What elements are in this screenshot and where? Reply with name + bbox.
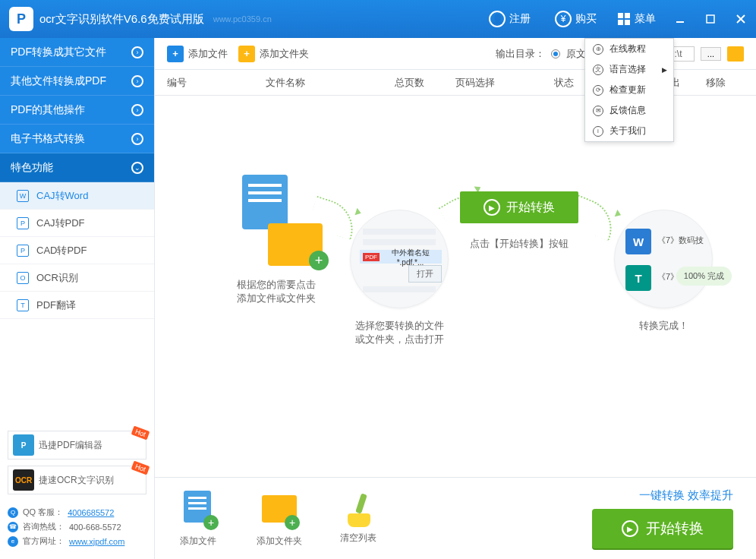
section-label: PDF转换成其它文件 (11, 46, 106, 59)
guide-text: 点击【开始转换】按钮 (443, 237, 595, 251)
doc-icon: P (17, 217, 29, 229)
register-label: 注册 (509, 12, 531, 26)
add-folder-button[interactable]: +添加文件夹 (238, 46, 309, 62)
pdf-tag-icon: PDF (363, 253, 380, 261)
menu-item-label: 反馈信息 (610, 104, 646, 117)
info-icon: i (593, 126, 603, 137)
section-ebook[interactable]: 电子书格式转换› (0, 125, 154, 153)
bottom-bar: + 添加文件 + 添加文件夹 清空列表 一键转换 效率提升 ▶ 开始转换 (155, 477, 756, 559)
bottom-add-folder[interactable]: + 添加文件夹 (257, 489, 302, 548)
plus-icon: + (238, 46, 255, 62)
chevron-right-icon: › (131, 75, 143, 87)
guide-step-3: ▶开始转换 点击【开始转换】按钮 (443, 169, 595, 251)
sidebar-item-label: CAJ转PDF (36, 216, 85, 230)
menu-label: 菜单 (635, 12, 656, 26)
open-button-illustration: 打开 (408, 265, 442, 283)
contact-label: 咨询热线： (23, 521, 65, 532)
browse-ellipsis-button[interactable]: ... (701, 47, 721, 61)
promo-pdf-editor[interactable]: P 迅捷PDF编辑器 Hot (8, 431, 146, 460)
hot-badge: Hot (131, 426, 150, 441)
hot-badge: Hot (131, 461, 150, 475)
buy-button[interactable]: ¥ 购买 (543, 0, 609, 38)
user-icon: 👤 (489, 11, 506, 27)
grid-icon (618, 13, 630, 25)
result-filename: 《7》 (657, 271, 679, 283)
sidebar-item-label: OCR识别 (36, 271, 78, 285)
col-number: 编号 (167, 76, 266, 90)
minimize-button[interactable] (665, 0, 695, 38)
maximize-button[interactable] (695, 0, 726, 38)
word-icon: W (625, 229, 651, 254)
bottom-label: 清空列表 (340, 532, 376, 543)
language-icon: 文 (593, 65, 603, 75)
qq-link[interactable]: 4006685572 (68, 508, 114, 517)
col-filename: 文件名称 (266, 76, 395, 90)
add-file-button[interactable]: +添加文件 (167, 46, 228, 62)
guide-text: 转换完成！ (587, 319, 739, 333)
chevron-down-icon: ⌄ (131, 162, 143, 174)
register-button[interactable]: 👤 注册 (477, 0, 543, 38)
doc-icon: T (17, 299, 29, 311)
slogan-text: 一键转换 效率提升 (592, 488, 733, 503)
bottom-label: 添加文件夹 (257, 535, 302, 546)
sidebar-item-translate[interactable]: TPDF翻译 (0, 292, 154, 319)
section-label: PDF的其他操作 (11, 103, 85, 117)
guide-step-4: W 《7》数码技 T 《7》 100% 完成 转换完成！ (587, 210, 739, 333)
bottom-label: 添加文件 (180, 535, 216, 546)
sidebar-item-caj-pdf[interactable]: PCAJ转PDF (0, 210, 154, 237)
titlebar: P ocr文字识别软件V6.6免费试用版 www.pc0359.cn 👤 注册 … (0, 0, 756, 38)
phone-icon: ☎ (8, 522, 18, 532)
promo-label: 捷速OCR文字识别 (39, 474, 114, 487)
buy-label: 购买 (575, 12, 597, 26)
main-menu-dropdown: ⊕在线教程 文语言选择▶ ⟳检查更新 ✉反馈信息 i关于我们 (584, 38, 674, 142)
chevron-right-icon: › (131, 104, 143, 116)
menu-check-update[interactable]: ⟳检查更新 (585, 80, 673, 100)
section-pdf-ops[interactable]: PDF的其他操作› (0, 96, 154, 125)
promo-ocr[interactable]: OCR 捷速OCR文字识别 Hot (8, 466, 146, 494)
sidebar-item-ocr[interactable]: OOCR识别 (0, 264, 154, 292)
guide-area: + 根据您的需要点击 添加文件或文件夹 PDF中外着名短*.pdf,*... 打… (155, 96, 756, 477)
app-logo-icon: P (9, 7, 33, 31)
section-label: 其他文件转换成PDF (11, 74, 106, 88)
website-link[interactable]: www.xjpdf.com (69, 537, 124, 546)
menu-button[interactable]: 菜单 (609, 0, 665, 38)
sidebar-item-cad-pdf[interactable]: PCAD转PDF (0, 237, 154, 264)
sidebar-item-label: PDF翻译 (36, 298, 76, 312)
section-pdf-to-other[interactable]: PDF转换成其它文件› (0, 38, 154, 67)
menu-feedback[interactable]: ✉反馈信息 (585, 100, 673, 121)
start-conversion-button[interactable]: ▶ 开始转换 (592, 509, 733, 548)
guide-text: 选择您要转换的文件 或文件夹，点击打开 (323, 319, 475, 346)
close-button[interactable] (726, 0, 756, 38)
bottom-clear-list[interactable]: 清空列表 (340, 492, 376, 545)
doc-icon: P (17, 245, 29, 257)
app-title: ocr文字识别软件V6.6免费试用版 (39, 12, 204, 27)
browse-folder-button[interactable] (727, 46, 744, 62)
menu-language[interactable]: 文语言选择▶ (585, 59, 673, 80)
contact-label: QQ 客服： (23, 507, 63, 518)
start-label: 开始转换 (646, 519, 704, 538)
doc-icon: O (17, 272, 29, 284)
done-badge: 100% 完成 (676, 267, 732, 286)
sidebar-item-label: CAD转PDF (36, 244, 87, 257)
menu-about[interactable]: i关于我们 (585, 121, 673, 141)
col-remove: 移除 (706, 76, 744, 90)
chevron-right-icon: › (131, 133, 143, 145)
col-pages: 总页数 (395, 76, 455, 90)
menu-online-tutorial[interactable]: ⊕在线教程 (585, 39, 673, 59)
pdf-editor-icon: P (13, 434, 34, 456)
tb-label: 添加文件 (188, 47, 228, 61)
text-icon: T (625, 265, 651, 291)
watermark-text: www.pc0359.cn (213, 14, 272, 24)
bottom-add-file[interactable]: + 添加文件 (178, 489, 219, 548)
plus-icon: + (167, 46, 184, 62)
section-other-to-pdf[interactable]: 其他文件转换成PDF› (0, 67, 154, 96)
section-special[interactable]: 特色功能⌄ (0, 153, 154, 182)
radio-original-folder[interactable] (551, 49, 560, 58)
plus-icon: + (203, 515, 219, 530)
chevron-right-icon: › (131, 46, 143, 58)
qq-icon: Q (8, 507, 18, 518)
sidebar: PDF转换成其它文件› 其他文件转换成PDF› PDF的其他操作› 电子书格式转… (0, 38, 155, 559)
play-icon: ▶ (622, 520, 638, 537)
chat-icon: ✉ (593, 106, 603, 116)
sidebar-item-caj-word[interactable]: WCAJ转Word (0, 182, 154, 210)
